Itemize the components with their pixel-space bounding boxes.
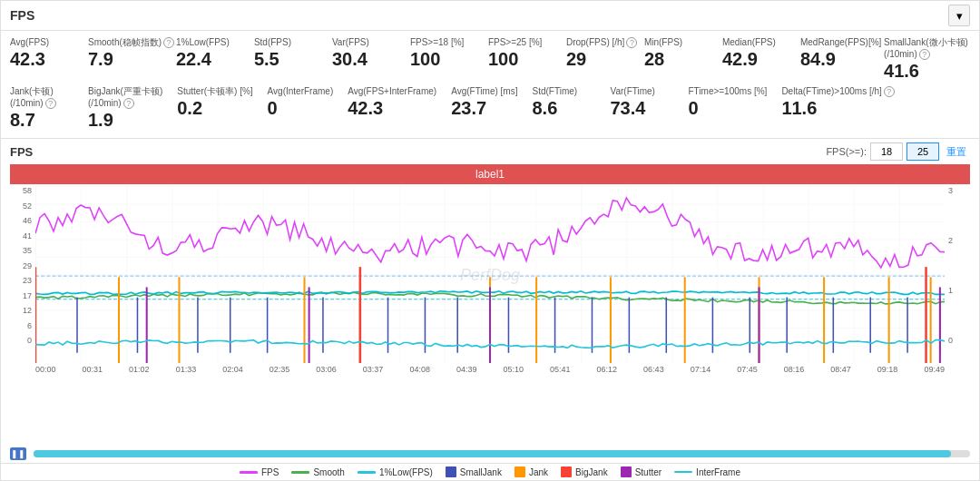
legend-label: Smooth [313,467,344,477]
y-tick-right: 1 [948,286,953,295]
legend-item: InterFrame [674,467,740,477]
stat-label: Std(FTime) [532,85,577,97]
stat-label: FPS>=25 [%] [488,36,542,48]
help-icon[interactable]: ? [163,37,174,48]
stat-label: Stutter(卡顿率) [%] [177,85,252,97]
stat-label: Min(FPS) [644,36,682,48]
legend-item: BigJank [561,466,608,477]
help-icon[interactable]: ? [919,49,930,60]
y-tick-left: 12 [23,306,32,315]
fps-threshold-25[interactable] [906,142,939,161]
help-icon[interactable]: ? [626,37,637,48]
stat-item: Avg(FPS)42.3 [10,36,74,70]
x-tick: 02:04 [222,365,243,374]
fps-gte-label: FPS(>=): [826,146,867,157]
stat-value: 0.2 [177,97,202,119]
legend-label: SmallJank [460,467,502,477]
stat-label: Drop(FPS) [/h]? [566,36,637,48]
x-tick: 09:49 [924,365,945,374]
legend-label: InterFrame [696,467,740,477]
progress-bar[interactable] [34,450,970,457]
stat-item: MedRange(FPS)[%]84.9 [800,36,869,70]
stat-value: 22.4 [176,48,211,70]
legend-color [561,466,572,477]
x-tick: 08:16 [784,365,805,374]
fps-threshold-18[interactable] [870,142,903,161]
legend-label: FPS [261,467,279,477]
chart-area: label1 58524641352923171260 3210 [1,164,979,445]
legend-color [358,471,376,474]
chevron-down-icon: ▾ [956,9,963,23]
dropdown-button[interactable]: ▾ [948,5,970,26]
stat-item: Stutter(卡顿率) [%]0.2 [177,85,252,119]
play-button[interactable]: ❚❚ [10,447,26,460]
fps-controls: FPS(>=): 重置 [826,142,970,161]
stat-label: Var(FTime) [610,85,654,97]
x-tick: 05:41 [550,365,571,374]
stat-label: FPS>=18 [%] [410,36,464,48]
stat-item: Drop(FPS) [/h]?29 [566,36,630,70]
fps-panel: FPS ▾ Avg(FPS)42.3Smooth(稳帧指数)?7.91%Low(… [0,0,980,481]
stat-item: Median(FPS)42.9 [722,36,786,70]
legend-item: Stutter [621,466,662,477]
stat-item: Smooth(稳帧指数)?7.9 [88,36,162,70]
help-icon[interactable]: ? [884,86,895,97]
stat-value: 11.6 [781,97,817,119]
x-tick: 08:47 [830,365,851,374]
stats-row-1: Avg(FPS)42.3Smooth(稳帧指数)?7.91%Low(FPS)22… [10,36,970,82]
y-tick-left: 52 [23,201,32,211]
x-tick: 06:43 [643,365,664,374]
reset-button[interactable]: 重置 [943,145,970,159]
x-tick: 03:37 [363,365,384,374]
stat-value: 28 [644,48,664,70]
stat-value: 42.3 [10,48,45,70]
legend-item: Smooth [291,467,344,477]
stat-value: 0 [268,97,278,119]
y-tick-left: 23 [23,276,32,285]
legend-color [446,466,456,477]
y-tick-left: 35 [23,246,32,255]
x-tick: 02:35 [270,365,290,374]
y-tick-left: 41 [23,231,32,240]
stat-label: FTime>=100ms [%] [688,85,767,97]
legend-color [621,466,632,477]
legend-color [291,471,309,474]
stat-label: Var(FPS) [332,36,369,48]
pause-icon: ❚❚ [11,449,25,458]
y-tick-left: 0 [27,336,32,345]
x-tick: 01:33 [176,365,197,374]
stat-value: 8.6 [532,97,557,119]
legend-label: 1%Low(FPS) [379,467,433,477]
help-icon[interactable]: ? [123,98,134,109]
stat-value: 1.9 [88,109,113,131]
x-axis: 00:0000:3101:0201:3302:0402:3503:0603:37… [10,363,970,374]
y-tick-right: 2 [948,236,953,245]
stat-item: Var(FPS)30.4 [332,36,396,70]
chart-svg: PerfDog [35,186,945,363]
legend-color [674,471,692,473]
legend-item: 1%Low(FPS) [358,467,433,477]
playback-bar: ❚❚ [1,445,979,463]
stat-label: Avg(InterFrame) [268,85,334,97]
stat-value: 100 [488,48,518,70]
y-tick-right: 0 [948,336,953,345]
stat-label: Delta(FTime)>100ms [/h]? [781,85,895,97]
stat-item: SmallJank(微小卡顿)(/10min)?41.6 [884,36,956,82]
stat-label: Std(FPS) [254,36,291,48]
help-icon[interactable]: ? [45,98,56,109]
panel-header: FPS ▾ [1,1,979,31]
legend-item: Jank [514,466,548,477]
x-tick: 00:31 [83,365,103,374]
stat-value: 29 [566,48,586,70]
stat-value: 84.9 [800,48,836,70]
legend-label: BigJank [575,467,608,477]
stat-value: 41.6 [884,60,919,82]
x-tick: 06:12 [597,365,618,374]
y-axis-right: 3210 [945,186,970,345]
legend-color [240,471,258,474]
stat-item: Min(FPS)28 [644,36,708,70]
stat-value: 100 [410,48,440,70]
legend-bar: FPSSmooth1%Low(FPS)SmallJankJankBigJankS… [1,463,979,480]
x-tick: 09:18 [877,365,898,374]
stat-item: FPS>=18 [%]100 [410,36,474,70]
